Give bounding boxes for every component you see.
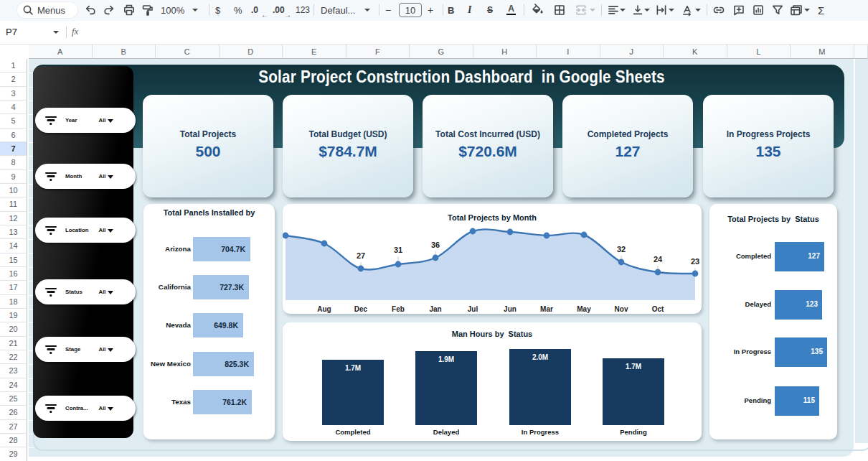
svg-text:23: 23 (691, 257, 699, 266)
svg-text:Oct: Oct (652, 305, 664, 313)
svg-text:Nov: Nov (615, 305, 628, 313)
svg-text:32: 32 (617, 245, 626, 253)
svg-text:Jun: Jun (504, 305, 516, 313)
svg-text:Feb: Feb (392, 305, 405, 313)
svg-text:27: 27 (357, 251, 365, 260)
svg-text:Aug: Aug (317, 305, 331, 313)
svg-text:Mar: Mar (540, 305, 553, 313)
svg-text:Dec: Dec (354, 305, 368, 313)
svg-text:Jan: Jan (429, 305, 441, 313)
svg-text:May: May (577, 305, 591, 313)
svg-text:31: 31 (394, 246, 402, 254)
svg-text:24: 24 (654, 255, 663, 264)
svg-text:36: 36 (431, 241, 440, 249)
svg-text:Jul: Jul (468, 305, 478, 313)
